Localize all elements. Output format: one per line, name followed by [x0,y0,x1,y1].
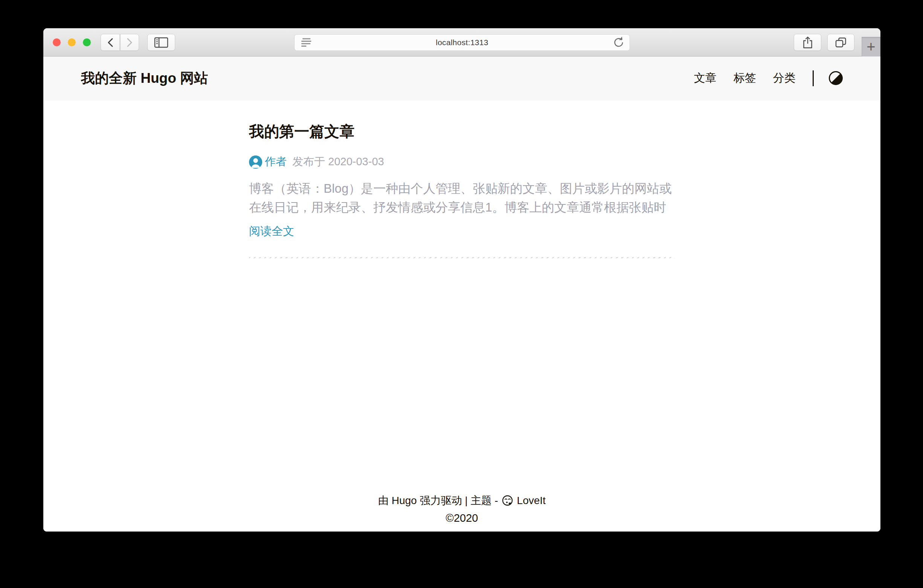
site-nav: 文章 标签 分类 [694,70,843,86]
sidebar-toggle-button[interactable] [147,34,175,51]
address-text[interactable]: localhost:1313 [312,38,612,47]
chevron-right-icon [126,38,133,47]
footer-powered-text: 由 Hugo 强力驱动 | 主题 - [378,491,498,509]
sidebar-icon [154,37,168,48]
new-tab-button[interactable]: + [862,37,880,56]
nav-item-tags[interactable]: 标签 [734,70,756,86]
post-title[interactable]: 我的第一篇文章 [249,121,675,142]
site-title[interactable]: 我的全新 Hugo 网站 [81,69,208,88]
read-more-link[interactable]: 阅读全文 [249,224,294,239]
nav-item-categories[interactable]: 分类 [773,70,796,86]
post-date: 发布于 2020-03-03 [292,154,384,169]
chevron-left-icon [107,38,114,47]
nav-divider [813,70,814,86]
minimize-window-button[interactable] [68,38,76,46]
post-summary: 博客（英语：Blog）是一种由个人管理、张贴新的文章、图片或影片的网站或在线日记… [249,179,675,217]
traffic-lights [53,28,91,56]
tabs-overview-icon [835,37,847,48]
page-content: 我的第一篇文章 作者 发布于 2020-03-03 博客（英语：Blog）是一种… [43,100,880,532]
back-button[interactable] [100,34,120,51]
share-icon [802,36,813,49]
author-avatar-icon [249,156,262,169]
close-window-button[interactable] [53,38,61,46]
footer-powered-line: 由 Hugo 强力驱动 | 主题 - LoveIt [43,491,880,509]
footer-theme-link[interactable]: LoveIt [517,491,545,509]
zoom-window-button[interactable] [83,38,91,46]
address-bar[interactable]: localhost:1313 [294,34,630,51]
nav-item-posts[interactable]: 文章 [694,70,716,86]
post-list: 我的第一篇文章 作者 发布于 2020-03-03 博客（英语：Blog）是一种… [249,121,675,258]
theme-toggle-icon[interactable] [829,71,843,85]
plus-icon: + [867,39,875,54]
site-header: 我的全新 Hugo 网站 文章 标签 分类 [43,56,880,100]
footer-copyright: ©2020 [43,509,880,527]
browser-window: localhost:1313 + 我的全新 Hugo 网站 [43,28,880,532]
post-divider [249,257,675,258]
reload-icon[interactable] [612,36,625,49]
kiss-face-icon [501,495,514,507]
share-button[interactable] [794,34,821,51]
site-footer: 由 Hugo 强力驱动 | 主题 - LoveIt ©2020 [43,491,880,532]
show-all-tabs-button[interactable] [827,34,854,51]
forward-button[interactable] [120,34,139,51]
post-meta: 作者 发布于 2020-03-03 [249,154,675,169]
reader-mode-icon[interactable] [299,37,312,48]
browser-toolbar: localhost:1313 + [43,28,880,56]
author-link[interactable]: 作者 [265,154,287,169]
